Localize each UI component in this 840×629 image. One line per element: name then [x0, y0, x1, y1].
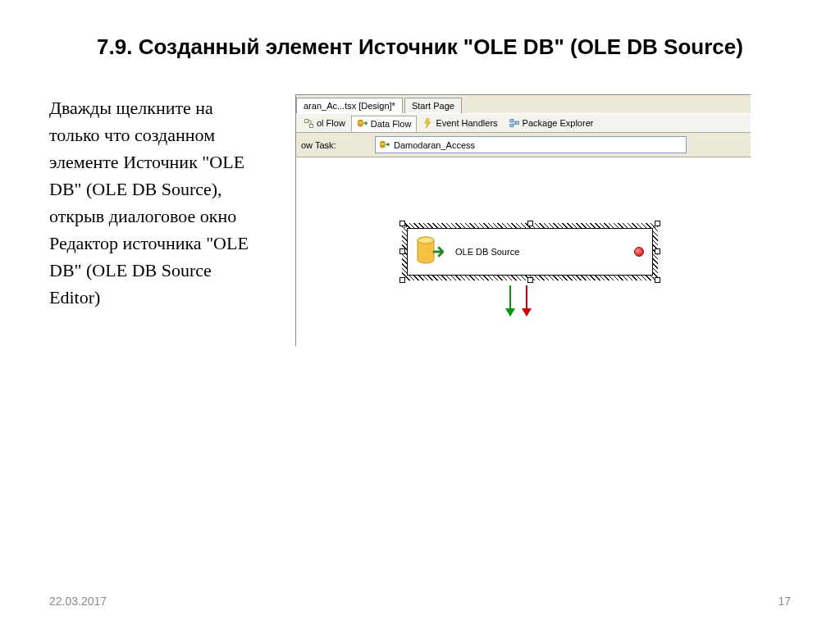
resize-handle[interactable]	[399, 221, 405, 226]
tab-label: ol Flow	[317, 118, 345, 128]
document-tab-design[interactable]: aran_Ac...tsx [Design]*	[296, 98, 403, 113]
svg-rect-5	[509, 119, 513, 121]
slide-footer: 22.03.2017 17	[49, 595, 791, 608]
footer-page: 17	[778, 595, 791, 608]
designer-tabs: ol Flow Data Flow Event Handlers	[296, 113, 751, 133]
description-text: Дважды щелкните на только что созданном …	[49, 94, 262, 346]
svg-rect-6	[509, 124, 513, 126]
tab-event-handlers[interactable]: Event Handlers	[417, 116, 503, 131]
content-row: Дважды щелкните на только что созданном …	[49, 94, 791, 346]
component-box[interactable]: OLE DB Source	[407, 228, 653, 276]
svg-rect-1	[309, 124, 313, 127]
resize-handle[interactable]	[399, 248, 405, 254]
document-tabs: aran_Ac...tsx [Design]* Start Page	[296, 95, 751, 113]
resize-handle[interactable]	[655, 248, 660, 254]
success-output-arrow[interactable]	[509, 285, 511, 315]
ole-db-source-component[interactable]: OLE DB Source	[407, 228, 653, 276]
tab-control-flow[interactable]: ol Flow	[298, 116, 351, 131]
event-handlers-icon	[422, 118, 433, 129]
tab-data-flow[interactable]: Data Flow	[351, 116, 418, 132]
task-label: ow Task:	[301, 140, 367, 150]
task-value: Damodaran_Access	[394, 140, 475, 150]
screenshot-panel: aran_Ac...tsx [Design]* Start Page ol Fl…	[295, 94, 791, 346]
svg-point-12	[418, 237, 434, 244]
design-canvas[interactable]: OLE DB Source	[296, 157, 751, 346]
package-explorer-icon	[509, 118, 520, 129]
resize-handle[interactable]	[527, 221, 533, 226]
task-selector-bar: ow Task: Damodaran_Access	[296, 133, 751, 157]
data-flow-icon	[357, 118, 368, 130]
svg-rect-7	[515, 121, 518, 124]
footer-date: 22.03.2017	[49, 595, 107, 608]
vs-window: aran_Ac...tsx [Design]* Start Page ol Fl…	[295, 94, 751, 346]
database-source-icon	[416, 235, 444, 268]
tab-package-explorer[interactable]: Package Explorer	[504, 116, 600, 131]
svg-rect-0	[305, 119, 308, 122]
document-tab-startpage[interactable]: Start Page	[404, 98, 462, 113]
control-flow-icon	[304, 118, 314, 129]
resize-handle[interactable]	[399, 277, 405, 283]
tab-label: Package Explorer	[523, 118, 594, 128]
svg-point-4	[358, 124, 363, 126]
resize-handle[interactable]	[655, 221, 660, 226]
output-arrows	[509, 285, 527, 315]
component-label: OLE DB Source	[455, 247, 623, 257]
error-output-arrow[interactable]	[526, 285, 527, 315]
tab-label: Event Handlers	[436, 118, 497, 128]
data-flow-icon	[379, 139, 390, 151]
svg-point-10	[381, 145, 385, 148]
resize-handle[interactable]	[655, 277, 660, 283]
error-icon	[634, 247, 644, 257]
slide-title: 7.9. Созданный элемент Источник "OLE DB"…	[84, 33, 756, 62]
tab-label: Data Flow	[371, 119, 412, 129]
resize-handle[interactable]	[527, 277, 533, 283]
task-combobox[interactable]: Damodaran_Access	[375, 136, 687, 153]
